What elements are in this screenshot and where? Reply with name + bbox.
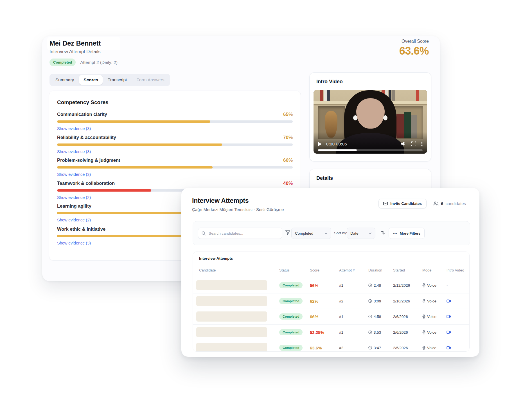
row-started-date: 2/12/2026 [393,283,410,288]
fullscreen-icon[interactable] [411,142,416,146]
overall-score: Overall Score 63.6% [399,39,429,57]
row-started-date: 2/5/2026 [393,346,408,350]
show-evidence-link[interactable]: Show evidence (2) [57,195,91,200]
row-score: 63.6% [310,345,322,350]
candidate-redacted-block [196,327,267,337]
competency-row: Reliability & accountability 70% Show ev… [57,135,293,158]
table-row[interactable]: Completed 66% #1 4:58 2/6/2026 Voice [193,309,469,324]
table-header-row: CandidateStatusScoreAttempt #DurationSta… [193,268,469,275]
status-badge: Completed [49,59,76,66]
row-duration: 3:09 [368,299,381,303]
table-row[interactable]: Completed 56% #1 2:48 2/12/2026 Voice - [193,278,469,293]
row-attempt-number: #2 [339,299,343,303]
attempts-subtitle: Çağrı Merkezi Müşteri Temsilcisi - Sesli… [192,207,284,212]
competency-title: Competency Scores [57,99,109,106]
tab-summary[interactable]: Summary [51,75,78,85]
column-header-duration: Duration [368,268,382,272]
filter-funnel-icon[interactable] [285,230,290,235]
competency-progress-fill [57,120,210,123]
row-intro-video [447,331,451,334]
envelope-icon [383,202,388,205]
row-status-badge: Completed [279,298,303,304]
more-options-icon[interactable] [421,142,423,146]
column-header-mode: Mode [422,268,432,272]
row-status-badge: Completed [279,345,303,351]
show-evidence-link[interactable]: Show evidence (3) [57,241,91,245]
status-filter-select[interactable]: Completed [291,228,331,239]
show-evidence-link[interactable]: Show evidence (3) [57,172,91,177]
candidate-redacted-block [196,296,267,306]
video-player[interactable]: 0:00 / 0:05 [314,90,427,154]
row-score: 62% [310,299,318,303]
video-camera-icon[interactable] [447,315,451,318]
microphone-icon [422,315,425,319]
overall-score-value: 63.6% [399,45,429,57]
row-intro-video [447,315,451,318]
candidate-redacted-block [196,343,267,352]
video-progress-bar[interactable] [318,149,423,151]
candidate-count: 6 candidates [433,201,466,206]
row-duration: 3:53 [368,330,381,334]
row-started-date: 2/6/2026 [393,315,408,319]
row-duration: 3:47 [368,346,381,350]
microphone-icon [422,330,425,334]
details-title: Details [316,175,333,181]
play-button-icon[interactable] [318,142,322,146]
attempts-table: Interview Attempts CandidateStatusScoreA… [193,252,470,352]
row-attempt-number: #1 [339,283,343,288]
tab-form-answers[interactable]: Form Answers [132,75,169,85]
table-row[interactable]: Completed 63.6% #2 3:47 2/5/2026 Voice [193,340,469,352]
column-header-intro-video: Intro Video [447,268,464,272]
competency-label: Work ethic & initiative [57,226,105,232]
column-header-score: Score [310,268,319,272]
sort-direction-icon[interactable] [381,230,385,235]
row-status-badge: Completed [279,313,303,320]
table-row[interactable]: Completed 52.25% #1 3:53 2/6/2026 Voice [193,324,469,340]
video-camera-icon[interactable] [447,331,451,334]
show-evidence-link[interactable]: Show evidence (3) [57,149,91,154]
row-mode: Voice [422,299,436,303]
show-evidence-link[interactable]: Show evidence (3) [57,126,91,131]
row-attempt-number: #1 [339,315,343,319]
attempts-title: Interview Attempts [192,197,249,205]
clock-icon [368,284,372,287]
tab-bar: SummaryScoresTranscriptForm Answers [49,74,170,86]
competency-score-value: 70% [283,135,293,140]
earbud-left [353,115,357,120]
video-time: 0:00 / 0:05 [326,142,347,146]
search-candidates-box[interactable] [198,228,282,239]
competency-progress-track [57,143,293,146]
tab-scores[interactable]: Scores [79,75,103,85]
intro-video-title: Intro Video [316,79,343,85]
row-status-badge: Completed [279,329,303,335]
row-intro-video [447,299,451,303]
volume-icon[interactable] [401,142,406,146]
row-score: 52.25% [310,330,324,335]
screen: Mei Dez Bennett Interview Attempt Detail… [0,0,532,395]
tab-transcript[interactable]: Transcript [103,75,131,85]
more-filters-button[interactable]: ••• More Filters [389,228,425,239]
attempt-info: Attempt 2 (Daily: 2) [80,60,118,65]
video-camera-icon[interactable] [447,346,451,349]
column-header-candidate: Candidate [199,268,216,272]
sort-select[interactable]: Date [347,228,375,239]
competency-score-value: 40% [283,181,293,186]
row-mode: Voice [422,283,436,288]
table-row[interactable]: Completed 62% #2 3:09 2/10/2026 Voice [193,293,469,309]
competency-row: Communication clarity 65% Show evidence … [57,112,293,135]
video-progress-fill [318,149,357,151]
video-camera-icon[interactable] [447,299,451,303]
row-score: 66% [310,314,318,319]
show-evidence-link[interactable]: Show evidence (2) [57,218,91,222]
invite-candidates-button[interactable]: Invite Candidates [378,199,427,208]
row-status-badge: Completed [279,282,303,288]
row-attempt-number: #1 [339,330,343,334]
row-score: 56% [310,283,318,288]
chevron-down-icon [324,232,328,234]
search-input[interactable] [208,231,279,236]
clock-icon [368,315,372,318]
intro-video-card: Intro Video [309,72,431,161]
row-started-date: 2/10/2026 [393,299,410,303]
competency-progress-track [57,120,293,123]
overall-score-label: Overall Score [399,39,429,44]
